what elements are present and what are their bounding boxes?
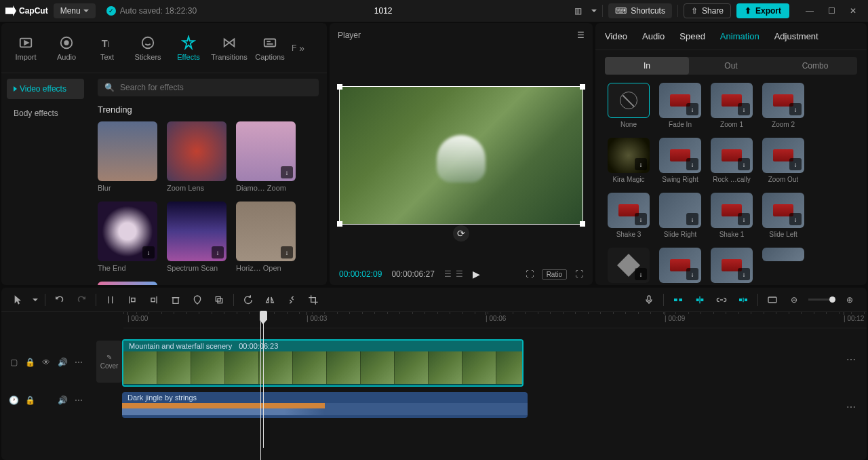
subtab-combo[interactable]: Combo	[773, 57, 857, 75]
animation-item[interactable]: ↓Zoom Out	[762, 138, 804, 183]
animation-item[interactable]: ↓Shake 1	[711, 193, 753, 238]
close-button[interactable]: ✕	[844, 3, 863, 19]
animation-item[interactable]: ↓Fade In	[659, 83, 701, 128]
link-tool[interactable]	[714, 292, 729, 307]
animation-item[interactable]: ↓Rock …cally	[711, 138, 753, 183]
split-tool[interactable]	[103, 292, 118, 307]
animation-item[interactable]: ↓Slide Left	[762, 193, 804, 238]
maximize-button[interactable]: ☐	[822, 3, 841, 19]
eye-icon[interactable]: 👁	[41, 357, 52, 368]
refresh-tool[interactable]	[241, 292, 256, 307]
animation-item[interactable]: ↓Swin…ttom	[659, 248, 701, 285]
tab-effects[interactable]: Effects	[170, 27, 208, 69]
cover-button[interactable]: ✎ Cover	[96, 341, 122, 383]
share-button[interactable]: ⇧ Share	[684, 3, 731, 18]
category-body-effects[interactable]: Body effects	[7, 103, 84, 123]
animation-item[interactable]: ↓Rotate	[608, 248, 650, 285]
subtab-in[interactable]: In	[605, 57, 689, 75]
layout-icon[interactable]: ▥	[570, 3, 586, 19]
pointer-tool[interactable]	[11, 292, 26, 307]
menu-icon[interactable]: ☰	[577, 31, 585, 40]
tab-transitions[interactable]: Transitions	[210, 27, 248, 69]
tab-text[interactable]: TI Text	[88, 27, 126, 69]
effect-item[interactable]: ↓ Spectrum Scan	[167, 202, 226, 272]
zoom-in-button[interactable]: ⊕	[842, 292, 857, 307]
tab-audio[interactable]: Audio	[642, 28, 665, 44]
tab-stickers[interactable]: Stickers	[129, 27, 167, 69]
playhead[interactable]	[263, 312, 264, 448]
zoom-out-button[interactable]: ⊖	[787, 292, 802, 307]
effect-item[interactable]: ↓ Diamo… Zoom	[236, 121, 296, 192]
redo-button[interactable]	[74, 292, 89, 307]
zoom-handle[interactable]	[829, 296, 835, 303]
lock-icon[interactable]: 🔒	[24, 395, 35, 406]
video-preview[interactable]	[339, 86, 583, 225]
effect-item[interactable]: ↓ Horiz… Open	[236, 202, 296, 272]
play-button[interactable]: ▶	[473, 269, 480, 280]
resize-handle[interactable]	[580, 84, 585, 90]
tabs-overflow[interactable]: F »	[292, 43, 304, 54]
playhead-line[interactable]	[260, 318, 261, 460]
list-icon[interactable]: ☰	[444, 269, 452, 279]
animation-item[interactable]: None	[608, 83, 650, 128]
player-viewport[interactable]: ⟳	[330, 47, 593, 263]
magnet-tool[interactable]	[736, 292, 751, 307]
align-tool[interactable]	[692, 292, 707, 307]
mic-tool[interactable]	[642, 292, 656, 307]
more-icon[interactable]: ⋯	[73, 395, 84, 406]
volume-icon[interactable]: 🔊	[57, 357, 68, 368]
chevron-down-icon[interactable]	[591, 9, 597, 12]
animation-item[interactable]: ↓Zoom In	[711, 248, 753, 285]
ratio-button[interactable]: Ratio	[542, 269, 567, 280]
effects-search[interactable]: 🔍	[98, 79, 319, 96]
tab-adjustment[interactable]: Adjustment	[774, 28, 818, 44]
tab-captions[interactable]: Captions	[251, 27, 289, 69]
trim-left-tool[interactable]	[125, 292, 140, 307]
undo-button[interactable]	[52, 292, 67, 307]
refresh-icon[interactable]: ⟳	[453, 225, 469, 242]
export-button[interactable]: ⬆ Export	[736, 3, 789, 18]
marker-tool[interactable]	[190, 292, 205, 307]
track-content[interactable]: Mountain and waterfall scenery 00:00:06:…	[122, 334, 867, 460]
effect-item[interactable]: ↓ The End	[98, 202, 157, 272]
mirror-tool[interactable]	[262, 292, 277, 307]
resize-handle[interactable]	[580, 221, 585, 227]
track-more-icon[interactable]: ⋯	[846, 354, 857, 365]
rotate-tool[interactable]	[284, 292, 299, 307]
video-clip[interactable]: Mountain and waterfall scenery 00:00:06:…	[122, 339, 524, 387]
tab-speed[interactable]: Speed	[679, 28, 705, 44]
subtab-out[interactable]: Out	[689, 57, 773, 75]
audio-clip[interactable]: Dark jingle by strings	[122, 392, 528, 418]
minimize-button[interactable]: —	[800, 3, 819, 19]
effect-item[interactable]: Blur	[98, 121, 157, 192]
menu-button[interactable]: Menu	[54, 3, 96, 18]
animation-item[interactable]: ↓Shake 3	[608, 193, 650, 238]
snap-tool[interactable]	[671, 292, 686, 307]
resize-handle[interactable]	[337, 221, 342, 227]
effect-item[interactable]	[98, 282, 157, 285]
effect-item[interactable]: Zoom Lens	[167, 121, 226, 192]
animation-item[interactable]: ↓Zoom 1	[711, 83, 753, 128]
category-video-effects[interactable]: Video effects	[7, 79, 84, 99]
zoom-slider[interactable]	[808, 299, 835, 301]
more-icon[interactable]: ⋯	[73, 357, 84, 368]
clock-icon[interactable]: 🕐	[8, 395, 19, 406]
tab-video[interactable]: Video	[605, 28, 627, 44]
resize-handle[interactable]	[337, 84, 342, 90]
lock-icon[interactable]: 🔒	[24, 357, 35, 368]
animation-item[interactable]: ↓Slide Right	[659, 193, 701, 238]
animation-item[interactable]: ↓Swing Right	[659, 138, 701, 183]
collapse-icon[interactable]: ▢	[8, 357, 19, 368]
crop-tool[interactable]	[306, 292, 321, 307]
timeline-ruler[interactable]: | 00:00 | 00:03 | 00:06 | 00:09 | 00:12	[123, 312, 867, 328]
tab-animation[interactable]: Animation	[720, 28, 760, 44]
track-more-icon[interactable]: ⋯	[846, 402, 857, 413]
search-input[interactable]	[120, 83, 312, 92]
tab-import[interactable]: Import	[7, 27, 45, 69]
chevron-down-icon[interactable]	[33, 299, 38, 301]
volume-icon[interactable]: 🔊	[57, 395, 68, 406]
animation-item[interactable]: ↓Kira Magic	[608, 138, 650, 183]
focus-icon[interactable]: ⛶	[526, 269, 534, 279]
preview-tool[interactable]	[765, 292, 780, 307]
shortcuts-button[interactable]: ⌨ Shortcuts	[608, 3, 672, 18]
